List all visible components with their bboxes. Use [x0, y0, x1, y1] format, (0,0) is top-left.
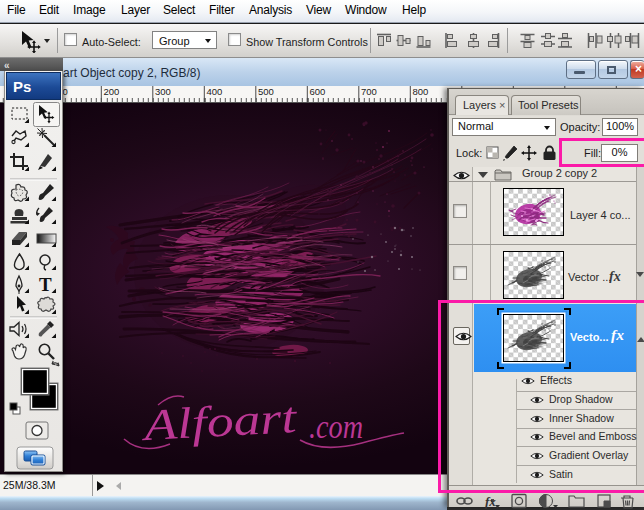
svg-text:500: 500: [258, 86, 274, 97]
svg-text:700: 700: [361, 86, 377, 97]
svg-text:Alfoart: Alfoart: [139, 393, 299, 450]
svg-text:400: 400: [207, 86, 223, 97]
svg-text:800: 800: [413, 86, 429, 97]
svg-text:200: 200: [104, 86, 120, 97]
svg-text:300: 300: [155, 86, 171, 97]
svg-text:600: 600: [310, 86, 326, 97]
svg-text:.com: .com: [309, 409, 363, 445]
svg-text:fx: fx: [485, 494, 496, 509]
svg-text:T: T: [39, 274, 52, 295]
